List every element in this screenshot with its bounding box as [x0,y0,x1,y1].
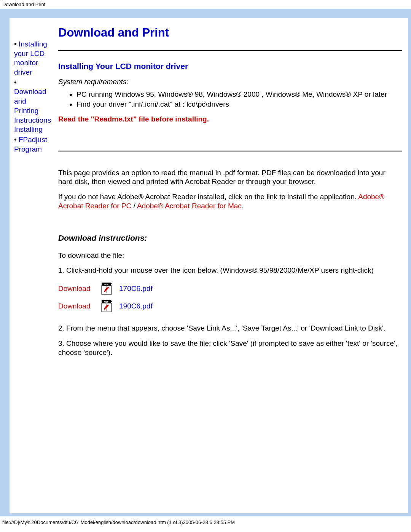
download-row: Download PDF 170C6.pdf [58,283,402,295]
pdf-file-link[interactable]: 190C6.pdf [119,302,153,310]
sidebar-link[interactable]: Download and Printing Instructions Insta… [14,88,51,133]
page-title: Download and Print [58,26,402,40]
header-path: Download and Print [0,0,411,9]
text: / [131,202,137,210]
sidebar-link[interactable]: Installing your LCD monitor driver [14,40,47,76]
requirement-item: PC running Windows 95, Windows® 98, Wind… [76,90,402,99]
divider-wrap [58,150,402,152]
acrobat-mac-link[interactable]: Adobe® Acrobat Reader for Mac [137,202,242,210]
requirement-item: Find your driver ".inf/.icm/.cat" at : l… [76,100,402,109]
body-paragraph: If you do not have Adobe® Acrobat Reader… [58,192,402,211]
sidebar-link[interactable]: FPadjust Program [14,136,47,153]
bullet-icon: • [14,78,17,86]
body-paragraph: To download the file: [58,251,402,260]
download-label: Download [58,302,101,310]
svg-text:PDF: PDF [104,283,108,286]
pdf-icon[interactable]: PDF [101,283,112,295]
footer-path: file:///D|/My%20Documents/dfu/C6_Model/e… [0,516,411,527]
requirements-list: PC running Windows 95, Windows® 98, Wind… [58,90,402,109]
download-instructions-heading: Download instructions: [58,233,402,243]
bullet-icon: • [14,136,19,144]
body-paragraph: This page provides an option to read the… [58,168,402,187]
svg-marker-2 [111,283,112,284]
pdf-file-link[interactable]: 170C6.pdf [119,284,153,293]
divider [58,150,402,150]
sidebar: • Installing your LCD monitor driver • D… [10,18,51,513]
divider [58,50,402,51]
main-content: Download and Print Installing Your LCD m… [51,18,408,513]
svg-marker-6 [111,300,112,302]
svg-text:PDF: PDF [104,301,108,303]
system-requirements-label: System requirements: [58,78,402,86]
download-table: Download PDF 170C6.pdf Do [58,283,402,312]
section-title-installing: Installing Your LCD monitor driver [58,62,402,71]
sidebar-item-installing[interactable]: • Installing your LCD monitor driver [14,40,51,77]
download-row: Download PDF 190C6.pdf [58,300,402,312]
sidebar-item-fpadjust[interactable]: • FPadjust Program [14,135,51,154]
text: . [242,202,244,210]
pdf-icon[interactable]: PDF [101,300,112,312]
content-box: • Installing your LCD monitor driver • D… [10,18,408,513]
sidebar-item-download[interactable]: • Download and Printing Instructions Ins… [14,78,51,134]
download-label: Download [58,284,101,293]
divider [58,151,402,152]
step-3: 3. Choose where you would like to save t… [58,339,402,357]
step-2: 2. From the menu that appears, choose 'S… [58,324,402,333]
text: If you do not have Adobe® Acrobat Reader… [58,193,358,201]
step-1: 1. Click-and-hold your mouse over the ic… [58,266,402,275]
bullet-icon: • [14,40,19,48]
readme-note: Read the "Readme.txt" file before instal… [58,115,402,123]
main-wrap: • Installing your LCD monitor driver • D… [0,9,411,516]
